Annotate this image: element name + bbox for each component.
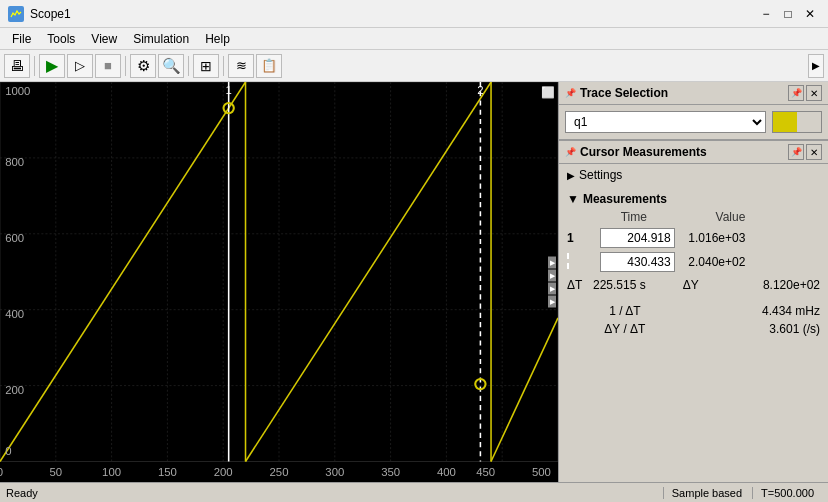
- svg-text:800: 800: [5, 156, 24, 168]
- settings-arrow-icon: ▶: [567, 170, 575, 181]
- menu-file[interactable]: File: [4, 30, 39, 48]
- toolbar-step[interactable]: ▷: [67, 54, 93, 78]
- window-controls: − □ ✕: [756, 4, 820, 24]
- maximize-button[interactable]: □: [778, 4, 798, 24]
- cursor2-value: 2.040e+02: [679, 250, 754, 274]
- main-area: 1 2 1000 800 600 400 200 0 0: [0, 82, 828, 482]
- menu-view[interactable]: View: [83, 30, 125, 48]
- cursor1-id: 1: [559, 226, 589, 250]
- svg-text:250: 250: [270, 466, 289, 478]
- svg-text:200: 200: [5, 384, 24, 396]
- toolbar-settings[interactable]: ⚙: [130, 54, 156, 78]
- delta-dt-value: 225.515 s: [589, 274, 679, 294]
- collapse-arrows: ▶ ▶ ▶ ▶: [548, 257, 556, 308]
- toolbar: 🖶 ▶ ▷ ■ ⚙ 🔍 ⊞ ≋ 📋 ▶: [0, 50, 828, 82]
- inv-dt-row: 1 / ΔT 4.434 mHz: [559, 302, 828, 320]
- cursor2-time-cell: [589, 250, 679, 274]
- cursor1-row: 1 1.016e+03: [559, 226, 828, 250]
- toolbar-zoom[interactable]: 🔍: [158, 54, 184, 78]
- svg-text:400: 400: [437, 466, 456, 478]
- cursor-panel-pin[interactable]: 📌: [788, 144, 804, 160]
- status-sample-based: Sample based: [663, 487, 750, 499]
- cursor2-row: 2.040e+02: [559, 250, 828, 274]
- collapse-arrow-1[interactable]: ▶: [548, 257, 556, 269]
- cursor-measurements-header: 📌 Cursor Measurements 📌 ✕: [559, 141, 828, 164]
- svg-text:600: 600: [5, 232, 24, 244]
- inv-dt-value: 4.434 mHz: [679, 302, 828, 320]
- toolbar-expand-right[interactable]: ▶: [808, 54, 824, 78]
- menubar: File Tools View Simulation Help: [0, 28, 828, 50]
- svg-text:0: 0: [0, 466, 3, 478]
- trace-selection-header: 📌 Trace Selection 📌 ✕: [559, 82, 828, 105]
- svg-text:400: 400: [5, 308, 24, 320]
- cursor2-id: [559, 250, 589, 274]
- cursor2-time-input[interactable]: [600, 252, 675, 272]
- cursor1-time-input[interactable]: [600, 228, 675, 248]
- delta-row: ΔT 225.515 s ΔY 8.120e+02: [559, 274, 828, 294]
- trace-select[interactable]: q1 q2: [565, 111, 766, 133]
- measurements-section: ▼ Measurements Time Value 1: [559, 186, 828, 342]
- cursor1-time-cell: [589, 226, 679, 250]
- app-icon: [8, 6, 24, 22]
- minimize-button[interactable]: −: [756, 4, 776, 24]
- cursor1-value: 1.016e+03: [679, 226, 754, 250]
- collapse-arrow-3[interactable]: ▶: [548, 283, 556, 295]
- menu-simulation[interactable]: Simulation: [125, 30, 197, 48]
- toolbar-layout[interactable]: ⊞: [193, 54, 219, 78]
- x-axis: 0 50 100 150 200 250 300 350 400 450 500: [0, 462, 558, 482]
- svg-text:1: 1: [226, 84, 232, 96]
- svg-text:300: 300: [325, 466, 344, 478]
- menu-tools[interactable]: Tools: [39, 30, 83, 48]
- trace-selection-title: Trace Selection: [580, 86, 668, 100]
- divider-row: [559, 294, 828, 302]
- measurements-label-row[interactable]: ▼ Measurements: [559, 190, 828, 208]
- svg-text:350: 350: [381, 466, 400, 478]
- settings-label: Settings: [579, 168, 622, 182]
- delta-dy-label: ΔY: [679, 274, 754, 294]
- trace-panel-close[interactable]: ✕: [806, 85, 822, 101]
- window-title: Scope1: [30, 7, 71, 21]
- collapse-arrow-4[interactable]: ▶: [548, 296, 556, 308]
- status-ready: Ready: [6, 487, 663, 499]
- dy-dt-value: 3.601 (/s): [679, 320, 828, 338]
- cursor-pin-icon: 📌: [565, 147, 576, 157]
- inv-dt-label: 1 / ΔT: [559, 302, 679, 320]
- measurements-table: Time Value 1 1.016e+03: [559, 208, 828, 338]
- col-value-header: Value: [679, 208, 754, 226]
- close-button[interactable]: ✕: [800, 4, 820, 24]
- status-t-value: T=500.000: [752, 487, 822, 499]
- svg-text:200: 200: [214, 466, 233, 478]
- scope-maximize-button[interactable]: ⬜: [540, 84, 556, 100]
- toolbar-cursor[interactable]: ≋: [228, 54, 254, 78]
- scope-svg: 1 2 1000 800 600 400 200 0: [0, 82, 558, 482]
- toolbar-run[interactable]: ▶: [39, 54, 65, 78]
- svg-text:50: 50: [49, 466, 62, 478]
- trace-panel-pin[interactable]: 📌: [788, 85, 804, 101]
- collapse-arrow-2[interactable]: ▶: [548, 270, 556, 282]
- trace-section: q1 q2: [559, 105, 828, 141]
- col-time-header: Time: [589, 208, 679, 226]
- scope-area: 1 2 1000 800 600 400 200 0 0: [0, 82, 558, 482]
- trace-color-box: [772, 111, 822, 133]
- svg-text:150: 150: [158, 466, 177, 478]
- toolbar-print[interactable]: 🖶: [4, 54, 30, 78]
- menu-help[interactable]: Help: [197, 30, 238, 48]
- cursor-panel-close[interactable]: ✕: [806, 144, 822, 160]
- svg-text:0: 0: [5, 445, 11, 457]
- toolbar-data[interactable]: 📋: [256, 54, 282, 78]
- measurements-arrow-icon: ▼: [567, 192, 579, 206]
- svg-text:2: 2: [477, 84, 483, 96]
- svg-text:450: 450: [476, 466, 495, 478]
- dy-dt-label: ΔY / ΔT: [559, 320, 679, 338]
- delta-dy-value: 8.120e+02: [753, 274, 828, 294]
- right-panel: 📌 Trace Selection 📌 ✕ q1 q2: [558, 82, 828, 482]
- svg-text:100: 100: [102, 466, 121, 478]
- delta-dt-label: ΔT: [559, 274, 589, 294]
- toolbar-stop[interactable]: ■: [95, 54, 121, 78]
- trace-pin-icon: 📌: [565, 88, 576, 98]
- svg-rect-1: [0, 82, 558, 482]
- svg-text:1000: 1000: [5, 85, 30, 97]
- dy-dt-row: ΔY / ΔT 3.601 (/s): [559, 320, 828, 338]
- settings-row[interactable]: ▶ Settings: [559, 164, 828, 186]
- col-id-header: [559, 208, 589, 226]
